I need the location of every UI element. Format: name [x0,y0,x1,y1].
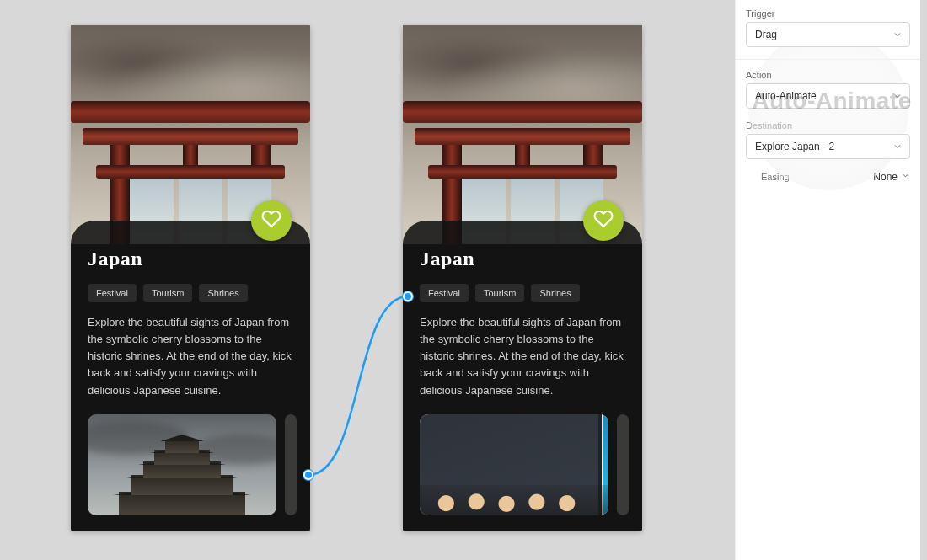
chevron-down-icon [892,141,903,152]
next-thumbnail-peek[interactable] [617,414,629,515]
wire-end-handle[interactable] [403,291,413,301]
easing-label: Easing [746,172,790,182]
favorite-button[interactable] [583,200,624,241]
card-title: Japan [420,248,625,270]
chevron-down-icon [901,171,910,183]
easing-row: Easing None [746,171,910,183]
tag-row: Festival Tourism Shrines [88,284,293,302]
action-label: Action [746,70,910,80]
next-thumbnail-peek[interactable] [285,414,297,515]
info-sheet: Japan Festival Tourism Shrines Explore t… [71,221,310,531]
easing-value: None [873,171,898,183]
anime-mural-thumbnail[interactable] [420,414,608,515]
tag-chip[interactable]: Festival [88,284,137,302]
action-value: Auto-Animate [755,90,817,102]
chevron-down-icon [892,29,903,40]
chevron-down-icon [892,91,903,101]
thumbnail-carousel[interactable] [420,414,625,515]
destination-value: Explore Japan - 2 [755,141,834,152]
tag-chip[interactable]: Shrines [199,284,247,302]
favorite-button[interactable] [251,200,292,241]
prototype-canvas[interactable]: Japan Festival Tourism Shrines Explore t… [0,0,725,560]
wire-start-handle[interactable] [303,470,313,480]
castle-thumbnail[interactable] [88,414,276,515]
info-sheet: Japan Festival Tourism Shrines Explore t… [403,221,642,531]
card-title: Japan [88,248,293,270]
tag-chip[interactable]: Festival [420,284,469,302]
artboard-explore-japan-2[interactable]: Japan Festival Tourism Shrines Explore t… [403,25,642,531]
tag-chip[interactable]: Shrines [531,284,579,302]
trigger-label: Trigger [746,8,910,19]
thumbnail-carousel[interactable] [88,414,293,515]
tag-row: Festival Tourism Shrines [420,284,625,302]
trigger-select[interactable]: Drag [746,22,910,47]
heart-icon [593,209,614,232]
action-select[interactable]: Auto-Animate [746,83,910,109]
watermark-circle [748,30,908,190]
tag-chip[interactable]: Tourism [143,284,193,302]
easing-select[interactable]: None [873,171,910,183]
card-description: Explore the beautiful sights of Japan fr… [420,314,625,399]
card-description: Explore the beautiful sights of Japan fr… [88,314,293,399]
artboard-explore-japan-1[interactable]: Japan Festival Tourism Shrines Explore t… [71,25,310,531]
divider [736,59,920,60]
heart-icon [261,209,281,232]
tag-chip[interactable]: Tourism [475,284,525,302]
interaction-inspector-panel: Trigger Drag Action Auto-Animate Destina… [735,0,920,560]
destination-label: Destination [746,120,910,131]
destination-select[interactable]: Explore Japan - 2 [746,134,910,159]
trigger-value: Drag [755,29,777,40]
